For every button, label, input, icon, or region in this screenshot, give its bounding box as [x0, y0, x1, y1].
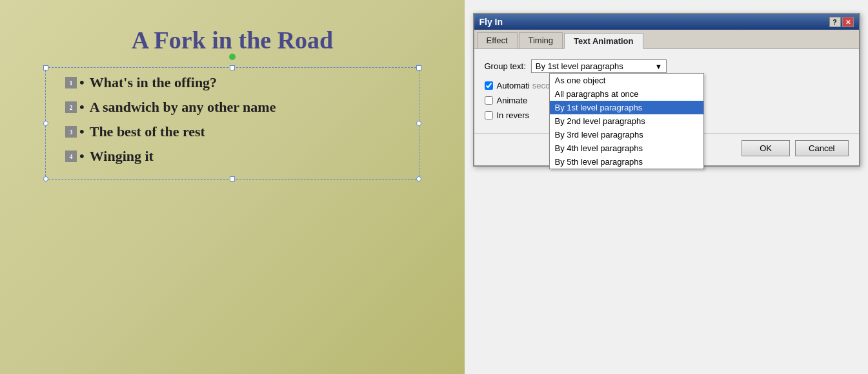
bullet-text-1: What's in the offing? — [90, 74, 217, 91]
slide-panel: A Fork in the Road 1 • What's in the off… — [0, 0, 465, 374]
handle-tr[interactable] — [416, 65, 421, 70]
bullet-text-2: A sandwich by any other name — [90, 99, 276, 116]
bullet-dot-1: • — [79, 74, 85, 91]
in-reverse-label: In revers — [497, 110, 530, 120]
dropdown-menu: As one object All paragraphs at once By … — [549, 73, 704, 169]
handle-tl[interactable] — [43, 65, 48, 70]
list-item: 3 • The best of the rest — [65, 123, 412, 140]
group-text-value: By 1st level paragraphs — [536, 61, 623, 71]
list-item: 4 • Winging it — [65, 148, 412, 165]
tab-timing-label: Timing — [529, 36, 554, 45]
dropdown-item-as-one[interactable]: As one object — [550, 74, 703, 87]
dialog-tabs: Effect Timing Text Animation — [474, 30, 859, 49]
help-button[interactable]: ? — [829, 17, 841, 27]
automatically-label: Automati — [497, 81, 530, 90]
bullet-number-2: 2 — [65, 101, 77, 113]
cancel-button[interactable]: Cancel — [795, 140, 848, 156]
group-text-label: Group text: — [485, 61, 526, 71]
tab-effect-label: Effect — [487, 36, 508, 45]
dropdown-item-by-1st[interactable]: By 1st level paragraphs — [550, 101, 703, 114]
tab-text-animation-label: Text Animation — [574, 36, 633, 46]
ok-label: OK — [760, 143, 772, 153]
bullet-dot-4: • — [79, 148, 85, 165]
bullet-dot-3: • — [79, 123, 85, 140]
dropdown-item-by-3rd[interactable]: By 3rd level paragraphs — [550, 128, 703, 141]
tab-effect[interactable]: Effect — [477, 32, 518, 48]
list-item: 1 • What's in the offing? — [65, 74, 412, 91]
dialog-titlebar: Fly In ? ✕ — [474, 14, 859, 30]
animate-label: Animate — [497, 96, 528, 105]
dialog-panel: Fly In ? ✕ Effect Timing Text Animation — [465, 0, 868, 374]
handle-bl[interactable] — [43, 176, 48, 182]
bullet-number-1: 1 — [65, 77, 77, 88]
titlebar-buttons: ? ✕ — [829, 17, 854, 27]
handle-ml[interactable] — [43, 121, 48, 126]
rotate-handle[interactable] — [229, 54, 236, 60]
bullet-number-3: 3 — [65, 126, 77, 138]
slide-title: A Fork in the Road — [132, 26, 333, 54]
bullet-text-4: Winging it — [90, 148, 154, 165]
bullet-number-4: 4 — [65, 151, 77, 162]
dialog-content: Group text: By 1st level paragraphs ▼ As… — [474, 49, 859, 133]
fly-in-dialog: Fly In ? ✕ Effect Timing Text Animation — [473, 13, 860, 167]
handle-tc[interactable] — [230, 65, 235, 70]
dropdown-item-all-paragraphs[interactable]: All paragraphs at once — [550, 87, 703, 101]
dropdown-arrow-icon: ▼ — [655, 63, 662, 70]
tab-text-animation[interactable]: Text Animation — [564, 33, 643, 49]
animate-checkbox[interactable] — [485, 96, 493, 105]
list-item: 2 • A sandwich by any other name — [65, 99, 412, 116]
group-text-select[interactable]: By 1st level paragraphs ▼ — [531, 59, 667, 73]
dropdown-item-by-2nd[interactable]: By 2nd level paragraphs — [550, 114, 703, 128]
ok-button[interactable]: OK — [742, 140, 790, 156]
bullet-dot-2: • — [79, 99, 85, 116]
dialog-title: Fly In — [479, 17, 503, 27]
selection-box: 1 • What's in the offing? 2 • A sandwich… — [45, 67, 419, 180]
bullet-text-3: The best of the rest — [90, 123, 205, 140]
tab-timing[interactable]: Timing — [519, 32, 563, 48]
close-button[interactable]: ✕ — [842, 17, 854, 27]
group-text-row: Group text: By 1st level paragraphs ▼ As… — [485, 59, 849, 73]
handle-br[interactable] — [416, 176, 421, 182]
handle-bc[interactable] — [230, 176, 235, 182]
cancel-label: Cancel — [809, 143, 834, 153]
help-icon: ? — [833, 19, 836, 26]
automatically-checkbox[interactable] — [485, 81, 493, 90]
in-reverse-checkbox[interactable] — [485, 111, 493, 119]
dropdown-item-by-4th[interactable]: By 4th level paragraphs — [550, 141, 703, 155]
dropdown-item-by-5th[interactable]: By 5th level paragraphs — [550, 155, 703, 169]
close-icon: ✕ — [845, 19, 851, 26]
handle-mr[interactable] — [416, 121, 421, 126]
bullet-list: 1 • What's in the offing? 2 • A sandwich… — [65, 74, 412, 165]
